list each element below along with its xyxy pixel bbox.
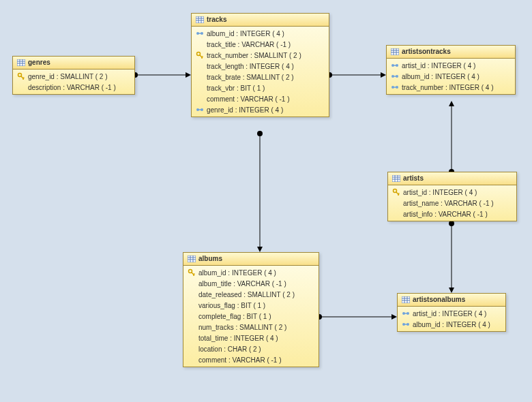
column-row[interactable]: track_number : SMALLINT ( 2 )	[192, 50, 329, 61]
column-row[interactable]: album_id : INTEGER ( 4 )	[183, 267, 319, 278]
column-row[interactable]: complete_flag : BIT ( 1 )	[183, 311, 319, 322]
column-label: comment : VARCHAR ( -1 )	[198, 356, 282, 364]
column-row[interactable]: track_title : VARCHAR ( -1 )	[192, 39, 329, 50]
entity-title: artistsontracks	[402, 48, 451, 55]
column-row[interactable]: various_flag : BIT ( 1 )	[183, 300, 319, 311]
column-row[interactable]: genre_id : SMALLINT ( 2 )	[13, 71, 134, 82]
blank-icon	[196, 95, 204, 103]
column-row[interactable]: artist_id : INTEGER ( 4 )	[387, 60, 515, 71]
table-icon	[196, 16, 204, 23]
entity-genres[interactable]: genres genre_id : SMALLINT ( 2 )descript…	[12, 56, 135, 95]
entity-header: albums	[183, 253, 319, 266]
column-row[interactable]: album_title : VARCHAR ( -1 )	[183, 278, 319, 289]
blank-icon	[196, 40, 204, 48]
column-label: artist_id : INTEGER ( 4 )	[403, 189, 477, 196]
blank-icon	[188, 345, 196, 353]
column-label: genre_id : INTEGER ( 4 )	[207, 106, 283, 114]
column-row[interactable]: artist_id : INTEGER ( 4 )	[388, 187, 516, 198]
svg-marker-8	[381, 72, 386, 78]
column-label: total_time : INTEGER ( 4 )	[198, 335, 278, 342]
column-row[interactable]: genre_id : INTEGER ( 4 )	[192, 104, 329, 115]
column-label: artist_name : VARCHAR ( -1 )	[403, 200, 494, 207]
blank-icon	[188, 301, 196, 309]
column-label: track_number : INTEGER ( 4 )	[402, 84, 493, 91]
entity-artistsontracks[interactable]: artistsontracks artist_id : INTEGER ( 4 …	[386, 45, 516, 95]
blank-icon	[196, 62, 204, 70]
svg-rect-27	[196, 16, 204, 23]
column-label: track_brate : SMALLINT ( 2 )	[207, 74, 294, 81]
svg-marker-14	[449, 288, 454, 293]
svg-point-12	[449, 221, 454, 226]
column-row[interactable]: comment : VARCHAR ( -1 )	[192, 93, 329, 104]
entity-header: artistsontracks	[387, 46, 515, 59]
entity-header: artists	[388, 172, 516, 185]
table-icon	[188, 256, 196, 262]
column-row[interactable]: track_vbr : BIT ( 1 )	[192, 82, 329, 93]
entity-columns: artist_id : INTEGER ( 4 )artist_name : V…	[388, 185, 516, 221]
blank-icon	[188, 334, 196, 342]
svg-marker-17	[391, 314, 397, 320]
column-row[interactable]: location : CHAR ( 2 )	[183, 343, 319, 354]
svg-rect-74	[402, 296, 410, 303]
column-label: comment : VARCHAR ( -1 )	[207, 95, 290, 103]
entity-artistsonalbums[interactable]: artistsonalbums artist_id : INTEGER ( 4 …	[397, 293, 506, 332]
entity-title: genres	[28, 59, 50, 66]
svg-marker-5	[257, 247, 263, 252]
foreign-key-icon	[391, 83, 399, 91]
column-label: genre_id : SMALLINT ( 2 )	[28, 73, 108, 80]
column-label: track_number : SMALLINT ( 2 )	[207, 52, 301, 59]
column-row[interactable]: track_number : INTEGER ( 4 )	[387, 82, 515, 93]
column-row[interactable]: album_id : INTEGER ( 4 )	[398, 319, 505, 330]
svg-marker-2	[186, 72, 191, 78]
column-row[interactable]: album_id : INTEGER ( 4 )	[192, 28, 329, 39]
entity-header: artistsonalbums	[398, 294, 505, 307]
blank-icon	[188, 279, 196, 288]
column-row[interactable]: track_brate : SMALLINT ( 2 )	[192, 72, 329, 82]
column-row[interactable]: artist_name : VARCHAR ( -1 )	[388, 198, 516, 208]
entity-tracks[interactable]: tracks album_id : INTEGER ( 4 )track_tit…	[191, 13, 329, 117]
entity-artists[interactable]: artists artist_id : INTEGER ( 4 )artist_…	[387, 172, 517, 221]
svg-rect-18	[17, 59, 25, 66]
blank-icon	[188, 356, 196, 364]
column-row[interactable]: artist_id : INTEGER ( 4 )	[398, 308, 505, 319]
column-row[interactable]: track_length : INTEGER ( 4 )	[192, 61, 329, 72]
entity-header: genres	[13, 57, 134, 69]
entity-title: artists	[403, 174, 424, 182]
entity-albums[interactable]: albums album_id : INTEGER ( 4 )album_tit…	[183, 252, 319, 367]
column-row[interactable]: num_tracks : SMALLINT ( 2 )	[183, 322, 319, 333]
column-label: track_title : VARCHAR ( -1 )	[207, 41, 291, 48]
column-label: artist_id : INTEGER ( 4 )	[402, 62, 475, 69]
entity-header: tracks	[192, 14, 329, 27]
column-label: album_title : VARCHAR ( -1 )	[198, 280, 286, 288]
entity-title: albums	[198, 255, 222, 262]
column-row[interactable]: comment : VARCHAR ( -1 )	[183, 354, 319, 365]
column-label: various_flag : BIT ( 1 )	[198, 302, 265, 309]
column-label: artist_id : INTEGER ( 4 )	[413, 310, 486, 318]
foreign-key-icon	[402, 320, 410, 328]
svg-rect-65	[188, 256, 196, 262]
foreign-key-icon	[402, 309, 410, 318]
table-icon	[391, 48, 399, 55]
svg-rect-56	[392, 175, 400, 182]
column-row[interactable]: album_id : INTEGER ( 4 )	[387, 71, 515, 82]
column-label: track_vbr : BIT ( 1 )	[207, 84, 265, 92]
blank-icon	[17, 83, 25, 91]
entity-columns: genre_id : SMALLINT ( 2 )description : V…	[13, 69, 134, 94]
foreign-key-icon	[391, 72, 399, 80]
foreign-key-icon	[196, 106, 204, 114]
column-row[interactable]: description : VARCHAR ( -1 )	[13, 82, 134, 93]
table-icon	[392, 175, 400, 182]
column-label: album_id : INTEGER ( 4 )	[207, 30, 284, 37]
entity-columns: album_id : INTEGER ( 4 )track_title : VA…	[192, 27, 329, 117]
column-row[interactable]: artist_info : VARCHAR ( -1 )	[388, 208, 516, 219]
table-icon	[402, 296, 410, 303]
column-label: album_id : INTEGER ( 4 )	[198, 269, 276, 277]
foreign-key-icon	[391, 61, 399, 69]
entity-columns: artist_id : INTEGER ( 4 )album_id : INTE…	[398, 307, 505, 331]
entity-title: tracks	[207, 16, 226, 23]
entity-columns: album_id : INTEGER ( 4 )album_title : VA…	[183, 266, 319, 367]
column-row[interactable]: total_time : INTEGER ( 4 )	[183, 333, 319, 343]
entity-columns: artist_id : INTEGER ( 4 )album_id : INTE…	[387, 59, 515, 94]
blank-icon	[392, 210, 400, 218]
column-row[interactable]: date_released : SMALLINT ( 2 )	[183, 289, 319, 300]
